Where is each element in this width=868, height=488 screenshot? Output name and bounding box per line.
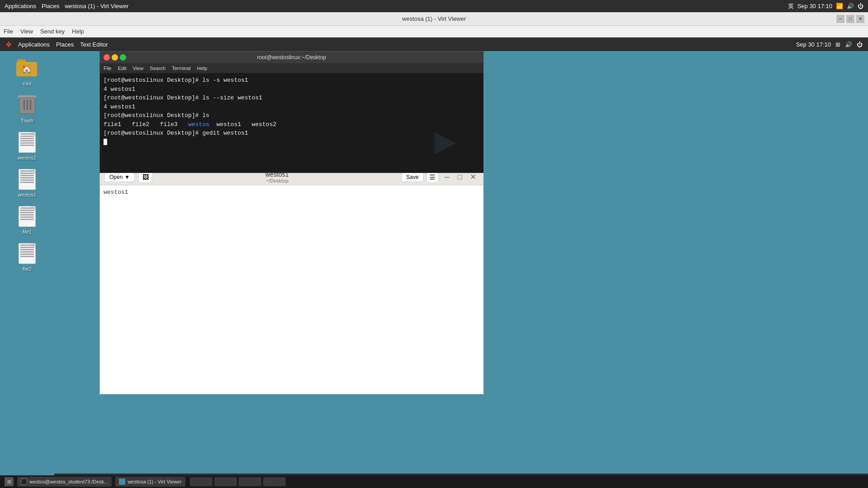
sys-power-icon: ⏻ — [858, 3, 863, 9]
file1-icon-img — [16, 206, 38, 227]
gnome-applications-menu[interactable]: Applications — [18, 41, 50, 48]
trash-line-1 — [24, 100, 25, 110]
sys-applications-menu[interactable]: Applications — [5, 3, 36, 9]
terminal-titlebar: root@westoslinux:~/Desktop — [100, 52, 483, 63]
file1-icon-label: file1 — [23, 229, 32, 235]
terminal-cursor-line — [104, 138, 480, 147]
gnome-topbar-right: Sep 30 17:10 ⊞ 🔊 ⏻ — [796, 41, 863, 48]
sys-places-menu[interactable]: Places — [42, 3, 59, 9]
gnome-volume-icon[interactable]: 🔊 — [845, 41, 852, 48]
terminal-menu-file[interactable]: File — [104, 66, 112, 71]
root-folder-icon-img: 🏠 — [16, 57, 38, 79]
westos2-icon-label: westos2 — [18, 155, 36, 160]
terminal-body[interactable]: [root@westoslinux Desktop]# ls -s westos… — [100, 73, 483, 173]
terminal-window[interactable]: root@westoslinux:~/Desktop File Edit Vie… — [99, 51, 484, 173]
sys-window-title: westosa (1) - Virt Viewer — [65, 3, 128, 9]
host-taskbar-right — [190, 477, 286, 486]
host-right-box-1[interactable] — [190, 477, 212, 486]
terminal-controls — [104, 54, 126, 61]
host-virt-label: westosa (1) - Virt Viewer — [127, 479, 181, 484]
desktop-icon-file2[interactable]: file2 — [14, 241, 40, 273]
gedit-content-area[interactable]: westos1 — [100, 185, 483, 394]
gnome-places-menu[interactable]: Places — [56, 41, 74, 48]
desktop-icon-westos2[interactable]: westos2 — [14, 130, 40, 162]
trash-line-3 — [30, 100, 31, 110]
terminal-line-4: 4 westos1 — [104, 103, 480, 112]
westos2-icon-img — [16, 131, 38, 153]
westos1-doc-shape — [19, 169, 36, 190]
westos1-icon-img — [16, 169, 38, 190]
gnome-topbar: ❖ Applications Places Text Editor Sep 30… — [0, 38, 868, 51]
desktop-icon-westos1[interactable]: westos1 — [14, 167, 40, 199]
terminal-line-3: [root@westoslinux Desktop]# ls --size we… — [104, 94, 480, 103]
terminal-cursor — [104, 139, 107, 145]
virt-menu-file[interactable]: File — [4, 28, 13, 35]
gedit-close-button[interactable]: ✕ — [467, 172, 479, 182]
gedit-window[interactable]: Open ▼ 🖼 westos1 ~/Desktop Save ☰ — [99, 169, 484, 394]
gnome-datetime: Sep 30 17:10 — [796, 41, 831, 48]
outer-system-bar: Applications Places westosa (1) - Virt V… — [0, 0, 868, 12]
virt-menu-sendkey[interactable]: Send key — [40, 28, 65, 35]
desktop-icon-root[interactable]: 🏠 root — [14, 56, 40, 88]
host-terminal-icon — [21, 479, 27, 485]
host-taskbar-virt[interactable]: westosa (1) - Virt Viewer — [115, 477, 185, 487]
virt-titlebar-controls: ─ □ ✕ — [836, 15, 864, 23]
root-icon-label: root — [23, 81, 32, 86]
terminal-menu-edit[interactable]: Edit — [118, 66, 127, 71]
terminal-min-btn[interactable] — [112, 54, 118, 61]
windows-area: root@westoslinux:~/Desktop File Edit Vie… — [54, 51, 868, 488]
gnome-power-icon[interactable]: ⏻ — [857, 41, 863, 48]
virt-close-button[interactable]: ✕ — [856, 15, 864, 23]
gnome-topbar-left: ❖ Applications Places Text Editor — [5, 40, 108, 49]
virt-maximize-button[interactable]: □ — [846, 15, 854, 23]
terminal-max-btn[interactable] — [120, 54, 126, 61]
terminal-line-6: file1 file2 file3 westos westos1 westos2 — [104, 120, 480, 129]
terminal-menu-view[interactable]: View — [133, 66, 144, 71]
terminal-menu-terminal[interactable]: Terminal — [172, 66, 191, 71]
file2-icon-label: file2 — [23, 266, 32, 272]
gedit-save-button[interactable]: Save — [401, 172, 424, 182]
terminal-line-2: 4 westos1 — [104, 85, 480, 94]
show-desktop-button[interactable]: ⊞ — [5, 477, 14, 486]
desktop-icon-trash[interactable]: Trash — [14, 93, 40, 125]
virt-titlebar: westosa (1) - Virt Viewer ─ □ ✕ — [0, 12, 868, 26]
gedit-minimize-button[interactable]: ─ — [442, 172, 452, 182]
trash-icon-img-wrap — [16, 94, 38, 116]
westos2-doc-shape — [19, 132, 36, 153]
sys-datetime: Sep 30 17:10 — [797, 3, 832, 9]
terminal-line-1: [root@westoslinux Desktop]# ls -s westos… — [104, 76, 480, 85]
virt-menu-help[interactable]: Help — [72, 28, 84, 35]
terminal-line-7: [root@westoslinux Desktop]# gedit westos… — [104, 129, 480, 138]
gnome-text-editor-menu[interactable]: Text Editor — [80, 41, 108, 48]
host-right-box-4[interactable] — [263, 477, 286, 486]
sys-bar-right: 英 Sep 30 17:10 📶 🔊 ⏻ — [788, 2, 863, 10]
folder-body: 🏠 — [16, 62, 37, 76]
terminal-menubar: File Edit View Search Terminal Help — [100, 63, 483, 73]
doc-corner-2 — [31, 169, 35, 174]
terminal-title: root@westoslinux:~/Desktop — [257, 54, 326, 61]
terminal-menu-search[interactable]: Search — [150, 66, 165, 71]
desktop-icon-file1[interactable]: file1 — [14, 204, 40, 236]
terminal-menu-help[interactable]: Help — [197, 66, 208, 71]
terminal-close-btn[interactable] — [104, 54, 110, 61]
gedit-open-arrow-icon: ▼ — [124, 174, 130, 180]
westos1-icon-label: westos1 — [18, 192, 36, 197]
virt-viewer-window: westosa (1) - Virt Viewer ─ □ ✕ File Vie… — [0, 12, 868, 488]
gedit-maximize-button[interactable]: □ — [455, 172, 465, 182]
sys-audio-icon: 🔊 — [847, 3, 854, 9]
host-right-box-3[interactable] — [239, 477, 261, 486]
host-taskbar-terminal[interactable]: westos@westos_student73:/Desk... — [17, 477, 112, 487]
host-right-box-2[interactable] — [214, 477, 237, 486]
file2-icon-img — [16, 243, 38, 264]
desktop-area: 🏠 root — [0, 51, 868, 488]
virt-menu-view[interactable]: View — [20, 28, 33, 35]
gnome-grid-icon[interactable]: ⊞ — [835, 41, 840, 48]
host-taskbar-left: ⊞ westos@westos_student73:/Desk... westo… — [5, 477, 185, 487]
vm-desktop: ❖ Applications Places Text Editor Sep 30… — [0, 38, 868, 488]
gedit-open-button[interactable]: Open ▼ — [104, 172, 135, 182]
file1-doc-shape — [19, 206, 36, 227]
trash-line-2 — [27, 100, 28, 110]
trash-shape — [19, 95, 35, 115]
folder-icon-shape: 🏠 — [16, 59, 38, 77]
virt-minimize-button[interactable]: ─ — [836, 15, 844, 23]
